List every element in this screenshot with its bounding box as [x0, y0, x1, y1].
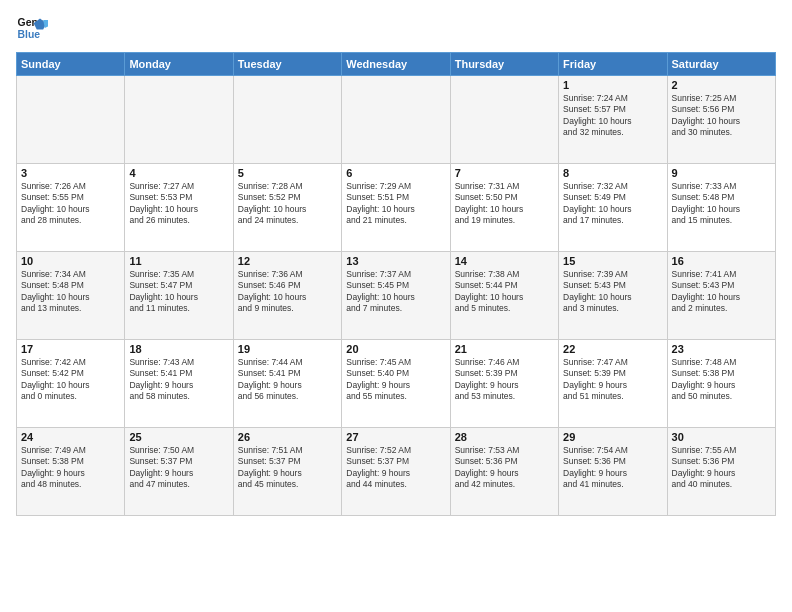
calendar-cell — [125, 76, 233, 164]
day-info: Sunrise: 7:38 AM Sunset: 5:44 PM Dayligh… — [455, 269, 554, 315]
calendar-row-4: 24Sunrise: 7:49 AM Sunset: 5:38 PM Dayli… — [17, 428, 776, 516]
day-info: Sunrise: 7:35 AM Sunset: 5:47 PM Dayligh… — [129, 269, 228, 315]
day-number: 28 — [455, 431, 554, 443]
day-number: 14 — [455, 255, 554, 267]
calendar-row-1: 3Sunrise: 7:26 AM Sunset: 5:55 PM Daylig… — [17, 164, 776, 252]
calendar-table: SundayMondayTuesdayWednesdayThursdayFrid… — [16, 52, 776, 516]
day-info: Sunrise: 7:46 AM Sunset: 5:39 PM Dayligh… — [455, 357, 554, 403]
day-number: 5 — [238, 167, 337, 179]
calendar-cell: 27Sunrise: 7:52 AM Sunset: 5:37 PM Dayli… — [342, 428, 450, 516]
day-info: Sunrise: 7:47 AM Sunset: 5:39 PM Dayligh… — [563, 357, 662, 403]
day-number: 24 — [21, 431, 120, 443]
calendar-cell: 8Sunrise: 7:32 AM Sunset: 5:49 PM Daylig… — [559, 164, 667, 252]
calendar-cell: 6Sunrise: 7:29 AM Sunset: 5:51 PM Daylig… — [342, 164, 450, 252]
day-info: Sunrise: 7:52 AM Sunset: 5:37 PM Dayligh… — [346, 445, 445, 491]
day-info: Sunrise: 7:36 AM Sunset: 5:46 PM Dayligh… — [238, 269, 337, 315]
calendar-row-3: 17Sunrise: 7:42 AM Sunset: 5:42 PM Dayli… — [17, 340, 776, 428]
day-info: Sunrise: 7:33 AM Sunset: 5:48 PM Dayligh… — [672, 181, 771, 227]
day-number: 15 — [563, 255, 662, 267]
logo-icon: General Blue — [16, 12, 48, 44]
calendar-header: SundayMondayTuesdayWednesdayThursdayFrid… — [17, 53, 776, 76]
header-tuesday: Tuesday — [233, 53, 341, 76]
calendar-cell: 15Sunrise: 7:39 AM Sunset: 5:43 PM Dayli… — [559, 252, 667, 340]
day-info: Sunrise: 7:42 AM Sunset: 5:42 PM Dayligh… — [21, 357, 120, 403]
day-info: Sunrise: 7:39 AM Sunset: 5:43 PM Dayligh… — [563, 269, 662, 315]
header-saturday: Saturday — [667, 53, 775, 76]
day-info: Sunrise: 7:55 AM Sunset: 5:36 PM Dayligh… — [672, 445, 771, 491]
day-info: Sunrise: 7:25 AM Sunset: 5:56 PM Dayligh… — [672, 93, 771, 139]
calendar-cell: 13Sunrise: 7:37 AM Sunset: 5:45 PM Dayli… — [342, 252, 450, 340]
day-info: Sunrise: 7:54 AM Sunset: 5:36 PM Dayligh… — [563, 445, 662, 491]
calendar-cell: 4Sunrise: 7:27 AM Sunset: 5:53 PM Daylig… — [125, 164, 233, 252]
day-info: Sunrise: 7:53 AM Sunset: 5:36 PM Dayligh… — [455, 445, 554, 491]
day-info: Sunrise: 7:32 AM Sunset: 5:49 PM Dayligh… — [563, 181, 662, 227]
day-number: 2 — [672, 79, 771, 91]
day-info: Sunrise: 7:49 AM Sunset: 5:38 PM Dayligh… — [21, 445, 120, 491]
calendar-cell: 23Sunrise: 7:48 AM Sunset: 5:38 PM Dayli… — [667, 340, 775, 428]
calendar-row-2: 10Sunrise: 7:34 AM Sunset: 5:48 PM Dayli… — [17, 252, 776, 340]
header: General Blue — [16, 12, 776, 44]
calendar-cell: 7Sunrise: 7:31 AM Sunset: 5:50 PM Daylig… — [450, 164, 558, 252]
calendar-body: 1Sunrise: 7:24 AM Sunset: 5:57 PM Daylig… — [17, 76, 776, 516]
calendar-cell — [450, 76, 558, 164]
calendar-cell: 14Sunrise: 7:38 AM Sunset: 5:44 PM Dayli… — [450, 252, 558, 340]
header-thursday: Thursday — [450, 53, 558, 76]
calendar-cell: 29Sunrise: 7:54 AM Sunset: 5:36 PM Dayli… — [559, 428, 667, 516]
day-number: 1 — [563, 79, 662, 91]
day-info: Sunrise: 7:45 AM Sunset: 5:40 PM Dayligh… — [346, 357, 445, 403]
calendar-cell: 11Sunrise: 7:35 AM Sunset: 5:47 PM Dayli… — [125, 252, 233, 340]
calendar-cell: 24Sunrise: 7:49 AM Sunset: 5:38 PM Dayli… — [17, 428, 125, 516]
day-number: 7 — [455, 167, 554, 179]
calendar-cell: 17Sunrise: 7:42 AM Sunset: 5:42 PM Dayli… — [17, 340, 125, 428]
logo: General Blue — [16, 12, 52, 44]
calendar-row-0: 1Sunrise: 7:24 AM Sunset: 5:57 PM Daylig… — [17, 76, 776, 164]
day-info: Sunrise: 7:29 AM Sunset: 5:51 PM Dayligh… — [346, 181, 445, 227]
day-number: 25 — [129, 431, 228, 443]
calendar-cell: 3Sunrise: 7:26 AM Sunset: 5:55 PM Daylig… — [17, 164, 125, 252]
day-number: 12 — [238, 255, 337, 267]
page: General Blue SundayMondayTuesdayWednesda… — [0, 0, 792, 612]
day-info: Sunrise: 7:50 AM Sunset: 5:37 PM Dayligh… — [129, 445, 228, 491]
day-number: 3 — [21, 167, 120, 179]
header-sunday: Sunday — [17, 53, 125, 76]
day-info: Sunrise: 7:37 AM Sunset: 5:45 PM Dayligh… — [346, 269, 445, 315]
header-monday: Monday — [125, 53, 233, 76]
header-friday: Friday — [559, 53, 667, 76]
day-number: 16 — [672, 255, 771, 267]
calendar-cell: 21Sunrise: 7:46 AM Sunset: 5:39 PM Dayli… — [450, 340, 558, 428]
calendar-cell: 30Sunrise: 7:55 AM Sunset: 5:36 PM Dayli… — [667, 428, 775, 516]
day-number: 29 — [563, 431, 662, 443]
day-number: 19 — [238, 343, 337, 355]
day-number: 18 — [129, 343, 228, 355]
calendar-cell: 16Sunrise: 7:41 AM Sunset: 5:43 PM Dayli… — [667, 252, 775, 340]
header-row: SundayMondayTuesdayWednesdayThursdayFrid… — [17, 53, 776, 76]
day-number: 10 — [21, 255, 120, 267]
day-info: Sunrise: 7:24 AM Sunset: 5:57 PM Dayligh… — [563, 93, 662, 139]
day-number: 27 — [346, 431, 445, 443]
calendar-cell: 19Sunrise: 7:44 AM Sunset: 5:41 PM Dayli… — [233, 340, 341, 428]
day-number: 30 — [672, 431, 771, 443]
calendar-cell: 1Sunrise: 7:24 AM Sunset: 5:57 PM Daylig… — [559, 76, 667, 164]
svg-text:Blue: Blue — [18, 29, 41, 40]
day-number: 22 — [563, 343, 662, 355]
calendar-cell: 9Sunrise: 7:33 AM Sunset: 5:48 PM Daylig… — [667, 164, 775, 252]
calendar-cell: 22Sunrise: 7:47 AM Sunset: 5:39 PM Dayli… — [559, 340, 667, 428]
day-info: Sunrise: 7:27 AM Sunset: 5:53 PM Dayligh… — [129, 181, 228, 227]
calendar-cell — [17, 76, 125, 164]
day-number: 21 — [455, 343, 554, 355]
day-number: 9 — [672, 167, 771, 179]
day-info: Sunrise: 7:31 AM Sunset: 5:50 PM Dayligh… — [455, 181, 554, 227]
calendar-cell: 12Sunrise: 7:36 AM Sunset: 5:46 PM Dayli… — [233, 252, 341, 340]
header-wednesday: Wednesday — [342, 53, 450, 76]
day-number: 6 — [346, 167, 445, 179]
day-number: 4 — [129, 167, 228, 179]
day-number: 17 — [21, 343, 120, 355]
day-info: Sunrise: 7:28 AM Sunset: 5:52 PM Dayligh… — [238, 181, 337, 227]
day-info: Sunrise: 7:26 AM Sunset: 5:55 PM Dayligh… — [21, 181, 120, 227]
day-info: Sunrise: 7:48 AM Sunset: 5:38 PM Dayligh… — [672, 357, 771, 403]
day-info: Sunrise: 7:41 AM Sunset: 5:43 PM Dayligh… — [672, 269, 771, 315]
day-info: Sunrise: 7:44 AM Sunset: 5:41 PM Dayligh… — [238, 357, 337, 403]
calendar-cell: 28Sunrise: 7:53 AM Sunset: 5:36 PM Dayli… — [450, 428, 558, 516]
day-info: Sunrise: 7:34 AM Sunset: 5:48 PM Dayligh… — [21, 269, 120, 315]
day-number: 20 — [346, 343, 445, 355]
